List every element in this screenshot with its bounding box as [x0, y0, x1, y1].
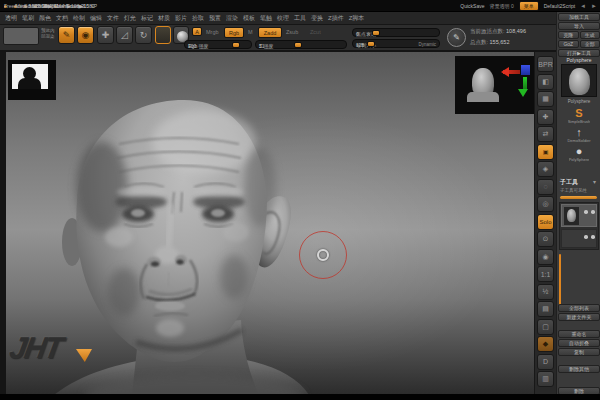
auto-collapse-button[interactable]: 自动折叠 — [558, 339, 600, 347]
load-tool-button[interactable]: 加载工具 — [558, 13, 600, 21]
eye-icon[interactable] — [591, 235, 595, 239]
menu-item[interactable]: 影片 — [174, 14, 188, 23]
import-button[interactable]: 导入 — [558, 22, 600, 30]
alpha-channel-toggle[interactable]: A — [192, 27, 202, 36]
menu-item[interactable]: 预置 — [208, 14, 222, 23]
focal-shift-slider[interactable]: 焦点衰减 0 — [352, 28, 440, 37]
actual-size-button[interactable]: 1:1 — [537, 266, 554, 282]
perspective-button[interactable]: ◧ — [537, 74, 554, 90]
eye-icon[interactable] — [584, 235, 588, 239]
document-canvas[interactable]: JHT — [6, 52, 534, 394]
menu-item[interactable]: 标记 — [140, 14, 154, 23]
subtool-item-selected[interactable] — [561, 204, 597, 227]
brush-preview-swatch[interactable] — [155, 26, 171, 44]
bpr-render-button[interactable]: BPR — [537, 56, 554, 72]
menu-item[interactable]: 工具 — [293, 14, 307, 23]
zsub-toggle[interactable]: Zsub — [286, 29, 298, 35]
menu-item[interactable]: 纹理 — [276, 14, 290, 23]
draw-size-slider[interactable]: 绘制大小 128 Dynamic — [352, 39, 440, 48]
recent-tool-item[interactable]: ↑ DemoSoldier — [557, 126, 600, 143]
dynamic-draw-size-toggle[interactable]: Dynamic — [418, 42, 436, 47]
subtool-visibility-slider[interactable] — [560, 196, 597, 199]
slider-handle[interactable] — [372, 30, 380, 37]
rgb-intensity-slider[interactable]: Rgb 强度 100 — [184, 40, 252, 49]
lightbox-preview-swatch[interactable] — [3, 27, 39, 45]
copy-tool-button[interactable]: 打开▶工具 — [558, 49, 600, 57]
menu-item[interactable]: 文档 — [55, 14, 69, 23]
menu-item[interactable]: 渲染 — [225, 14, 239, 23]
scale-button[interactable]: ◿ — [116, 26, 133, 44]
subtool-item[interactable] — [561, 229, 597, 248]
default-zscript-button[interactable]: Default2Script — [544, 3, 575, 9]
recent-tool-item[interactable]: ● PolySphere — [557, 145, 600, 162]
mrgb-toggle[interactable]: Mrgb — [206, 29, 219, 35]
menu-item[interactable]: 颜色 — [38, 14, 52, 23]
delete-other-button[interactable]: 删除其他 — [558, 365, 600, 373]
rgb-toggle[interactable]: Rgb — [224, 27, 244, 38]
z-axis-cube-icon[interactable] — [521, 65, 530, 75]
ls-symmetry-button[interactable]: ⇄ — [537, 126, 554, 142]
menu-item[interactable]: 模板 — [242, 14, 256, 23]
menu-item[interactable]: 透明 — [4, 14, 18, 23]
recent-tool-item[interactable]: S SimpleBrush — [557, 107, 600, 124]
rename-button[interactable]: 重命名 — [558, 330, 600, 338]
list-all-button[interactable]: 全部列表 — [558, 304, 600, 312]
zoom-canvas-button[interactable]: ◉ — [537, 249, 554, 265]
menus-toggle-button[interactable]: 菜单 — [519, 1, 539, 11]
goz-all-button[interactable]: 全部 — [580, 40, 600, 48]
zadd-toggle[interactable]: Zadd — [258, 27, 282, 38]
dynamic-mode-button[interactable]: D — [537, 354, 554, 370]
solo-mode-button[interactable]: Solo — [537, 214, 554, 230]
tray-scrollbar[interactable] — [559, 254, 561, 306]
move-button[interactable]: ✚ — [97, 26, 114, 44]
grid-button[interactable]: ▥ — [537, 371, 554, 387]
goz-button[interactable]: GoZ — [558, 40, 579, 48]
quicksave-button[interactable]: QuickSave — [460, 3, 484, 9]
left-tray-toggle-icon[interactable]: ◄ — [580, 3, 586, 9]
right-tray-toggle-icon[interactable]: ► — [591, 3, 597, 9]
ghost-mode-button[interactable]: ◎ — [537, 196, 554, 212]
draw-button[interactable]: ◉ — [77, 26, 94, 44]
aa-half-button[interactable]: ½ — [537, 284, 554, 300]
menu-item[interactable]: 绘制 — [72, 14, 86, 23]
sculpted-head-model[interactable] — [24, 92, 344, 394]
menu-item[interactable]: Z插件 — [327, 14, 345, 23]
menu-item[interactable]: Z脚本 — [348, 14, 366, 23]
menu-item[interactable]: 拾取 — [191, 14, 205, 23]
menu-item[interactable]: 编辑 — [89, 14, 103, 23]
brush-stroke-button[interactable]: ✎ — [447, 28, 466, 47]
edit-button[interactable]: ✎ — [58, 26, 75, 44]
transparency-button[interactable]: ◌ — [537, 179, 554, 195]
see-through-slider[interactable]: 背景透明 0 — [490, 3, 514, 9]
flat-shade-button[interactable]: ◆ — [537, 336, 554, 352]
rotate-button[interactable]: ↻ — [135, 26, 152, 44]
zcut-toggle[interactable]: Zcut — [310, 29, 321, 35]
chevron-down-icon[interactable]: ▾ — [593, 178, 596, 185]
new-folder-button[interactable]: 新建文件夹 — [558, 313, 600, 321]
pan-doc-button[interactable]: ▢ — [537, 319, 554, 335]
duplicate-button[interactable]: 复制 — [558, 348, 600, 356]
eye-icon[interactable] — [591, 210, 595, 214]
subtool-section-header[interactable]: 子工具 — [560, 178, 578, 187]
line-fill-button[interactable]: ▤ — [537, 301, 554, 317]
clone-button[interactable]: 克隆 — [558, 31, 579, 39]
local-transform-button[interactable]: ✚ — [537, 109, 554, 125]
m-toggle[interactable]: M — [248, 29, 253, 35]
make-polymesh-button[interactable]: 生成 — [580, 31, 600, 39]
menu-item[interactable]: 灯光 — [123, 14, 137, 23]
menu-item[interactable]: 变换 — [310, 14, 324, 23]
slider-handle[interactable] — [294, 42, 302, 49]
menu-item[interactable]: 文件 — [106, 14, 120, 23]
menu-item[interactable]: 材质 — [157, 14, 171, 23]
slider-handle[interactable] — [367, 41, 375, 48]
z-intensity-slider[interactable]: Z 强度 51 — [255, 40, 347, 49]
slider-handle[interactable] — [232, 42, 240, 49]
menu-item[interactable]: 笔刷 — [21, 14, 35, 23]
frame-mesh-button[interactable]: ▣ — [537, 144, 554, 160]
menu-item[interactable]: 笔触 — [259, 14, 273, 23]
scroll-canvas-button[interactable]: ⊙ — [537, 231, 554, 247]
polyframe-button[interactable]: ◈ — [537, 161, 554, 177]
active-tool-thumbnail[interactable] — [561, 64, 597, 97]
floor-grid-button[interactable]: ▦ — [537, 91, 554, 107]
eye-icon[interactable] — [584, 210, 588, 214]
